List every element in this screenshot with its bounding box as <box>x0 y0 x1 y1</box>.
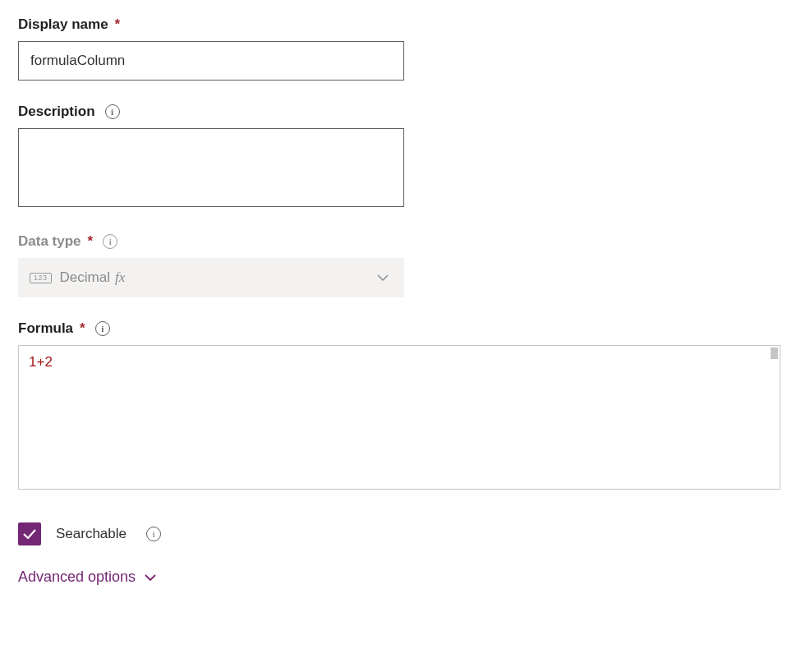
formula-label: Formula * i <box>18 320 783 337</box>
display-name-label-text: Display name <box>18 16 108 33</box>
display-name-label: Display name * <box>18 16 783 33</box>
searchable-label: Searchable <box>56 526 127 542</box>
required-asterisk: * <box>115 16 121 33</box>
required-asterisk: * <box>88 233 94 250</box>
display-name-input[interactable] <box>18 41 404 81</box>
data-type-label-text: Data type <box>18 233 81 250</box>
info-icon[interactable]: i <box>103 234 117 249</box>
formula-label-text: Formula <box>18 320 73 337</box>
scrollbar-indicator[interactable] <box>771 348 778 359</box>
description-label: Description i <box>18 104 783 120</box>
searchable-row: Searchable i <box>18 522 783 545</box>
info-icon[interactable]: i <box>95 321 110 336</box>
required-asterisk: * <box>80 320 85 337</box>
formula-field: Formula * i 1+2 <box>18 320 783 490</box>
searchable-checkbox[interactable] <box>18 522 41 545</box>
data-type-label: Data type * i <box>18 233 783 250</box>
chevron-down-icon <box>144 568 157 586</box>
data-type-value: Decimal fx <box>60 269 126 286</box>
data-type-field: Data type * i 123 Decimal fx <box>18 233 783 297</box>
info-icon[interactable]: i <box>105 104 120 119</box>
description-label-text: Description <box>18 104 95 120</box>
data-type-dropdown: 123 Decimal fx <box>18 258 404 297</box>
description-input[interactable] <box>18 128 404 207</box>
number-icon: 123 <box>30 273 52 283</box>
formula-editor[interactable]: 1+2 <box>18 345 780 490</box>
description-field: Description i <box>18 104 783 210</box>
info-icon[interactable]: i <box>146 527 161 541</box>
fx-icon: fx <box>115 269 125 286</box>
display-name-field: Display name * <box>18 16 783 81</box>
formula-number: 2 <box>44 354 52 370</box>
formula-operator: + <box>36 354 44 370</box>
chevron-down-icon <box>376 270 389 285</box>
data-type-value-text: Decimal <box>60 269 110 286</box>
advanced-options-label: Advanced options <box>18 568 136 586</box>
advanced-options-toggle[interactable]: Advanced options <box>18 568 783 586</box>
